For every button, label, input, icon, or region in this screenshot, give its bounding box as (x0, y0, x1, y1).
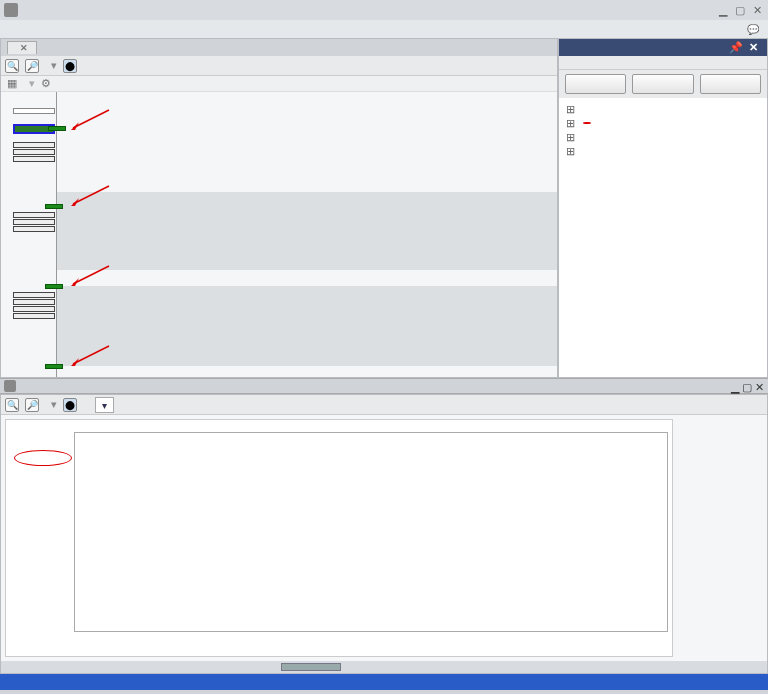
statusbar (0, 674, 768, 690)
annotation-circle (14, 450, 72, 466)
scroll-thumb[interactable] (281, 663, 341, 671)
tree-row[interactable]: ⊞ (565, 102, 761, 116)
cpu-icon: ▦ (7, 77, 17, 90)
close-icon[interactable]: ✕ (755, 381, 764, 393)
zoom-out-icon[interactable]: 🔎 (25, 59, 39, 73)
trace-event[interactable] (45, 204, 63, 209)
trace-view-panel: ✕ 🔍 🔎 ▾ ⬤ ▦ ▾ ⚙ (0, 38, 558, 378)
scrollbar[interactable] (1, 661, 767, 673)
titlebar: ▁ ▢ ✕ (0, 0, 768, 20)
gear-icon[interactable]: ⚙ (41, 77, 51, 90)
maximize-icon[interactable]: ▢ (733, 4, 747, 17)
close-icon[interactable]: ✕ (750, 4, 764, 17)
menubar: 💬 (0, 20, 768, 38)
lane-column (11, 92, 57, 377)
trace-body[interactable] (1, 92, 557, 377)
selection-tree[interactable]: ⊞ ⊞ ⊞ ⊞ (559, 98, 767, 377)
feedback-link[interactable]: 💬 (747, 24, 762, 35)
docking-label[interactable] (559, 56, 767, 70)
close-tab-icon[interactable]: ✕ (20, 43, 28, 53)
sync-toggle[interactable]: ⬤ (63, 398, 77, 412)
trace-event[interactable] (45, 284, 63, 289)
tree-row[interactable]: ⊞ (565, 130, 761, 144)
trace-event[interactable] (48, 126, 66, 131)
zoom-in-icon[interactable]: 🔍 (5, 59, 19, 73)
sync-toggle[interactable]: ⬤ (63, 59, 77, 73)
chart-area[interactable] (5, 419, 673, 657)
expand-icon[interactable]: ⊞ (565, 144, 575, 158)
previous-button[interactable] (565, 74, 626, 94)
expand-icon[interactable]: ⊞ (565, 102, 575, 116)
svg-marker-5 (71, 278, 79, 286)
trace-subtoolbar: ▦ ▾ ⚙ (1, 76, 557, 92)
tree-row[interactable]: ⊞ (565, 144, 761, 158)
svg-line-0 (73, 110, 109, 128)
minimize-icon[interactable]: ▁ (716, 4, 730, 17)
periodicity-dropdown[interactable]: ▾ (95, 397, 114, 413)
annotation-arrow (71, 108, 111, 132)
tree-row[interactable]: ⊞ (565, 116, 761, 130)
highlighted-value (583, 122, 591, 124)
clone-button[interactable] (632, 74, 693, 94)
selection-header: 📌 ✕ (559, 39, 767, 56)
trace-view-tab: ✕ (1, 39, 557, 56)
selection-buttons (559, 70, 767, 98)
trace-view-tablabel[interactable]: ✕ (7, 41, 37, 54)
maximize-icon[interactable]: ▢ (742, 381, 752, 393)
pin-icon[interactable]: 📌 (726, 41, 746, 54)
trace-toolbar: 🔍 🔎 ▾ ⬤ (1, 56, 557, 76)
close-icon[interactable]: ✕ (746, 41, 761, 54)
expand-icon[interactable]: ⊞ (565, 116, 575, 130)
selection-panel: 📌 ✕ ⊞ ⊞ ⊞ ⊞ (558, 38, 768, 378)
panel-icon (4, 380, 16, 392)
trace-event[interactable] (45, 364, 63, 369)
svg-marker-1 (71, 122, 79, 130)
window-controls: ▁ ▢ ✕ (716, 4, 764, 17)
zoom-out-icon[interactable]: 🔎 (25, 398, 39, 412)
next-button[interactable] (700, 74, 761, 94)
minimize-icon[interactable]: ▁ (731, 381, 739, 393)
actor-titlebar: ▁ ▢ ✕ (0, 378, 768, 394)
actor-toolbar: 🔍 🔎 ▾ ⬤ ▾ (1, 395, 767, 415)
actor-panel: 🔍 🔎 ▾ ⬤ ▾ (0, 394, 768, 674)
app-icon (4, 3, 18, 17)
chart-legend (677, 415, 767, 661)
expand-icon[interactable]: ⊞ (565, 130, 575, 144)
zoom-in-icon[interactable]: 🔍 (5, 398, 19, 412)
